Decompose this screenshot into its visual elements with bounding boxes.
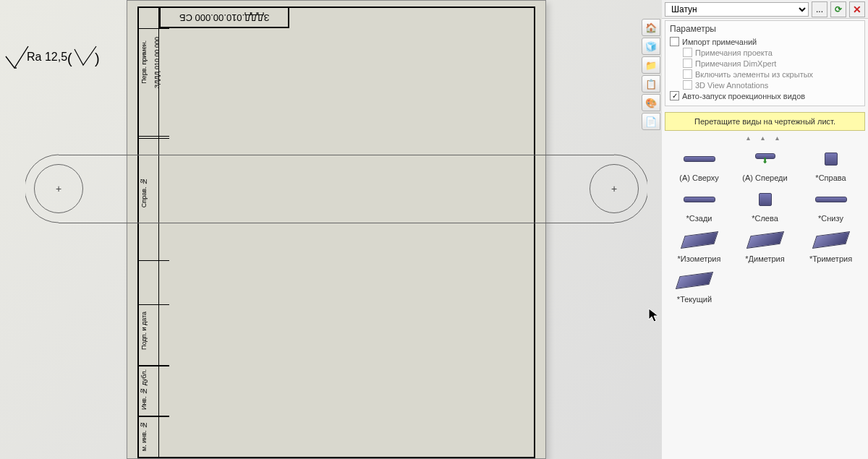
checkbox-icon	[683, 48, 692, 57]
close-button[interactable]: ✕	[849, 1, 865, 17]
check-hidden-features[interactable]: Включить элементы из скрытых	[670, 69, 860, 80]
checkbox-icon	[683, 59, 692, 68]
view-top[interactable]: (А) Сверху	[668, 147, 731, 182]
sheet-frame	[137, 7, 535, 458]
checkbox-icon	[670, 37, 679, 46]
check-dimxpert-notes[interactable]: Примечания DimXpert	[670, 58, 860, 69]
clipboard-icon: 📋	[645, 79, 657, 90]
thumb-bar-icon	[815, 197, 847, 202]
title-block-text: ЗДДД.010.00.000 СБ	[179, 12, 269, 23]
view-left[interactable]: *Слева	[733, 188, 796, 223]
drawing-sheet[interactable]: ЗДДД.010.00.000 СБ Перв. примен. ЗДДД.01…	[127, 0, 546, 459]
tab-appearance[interactable]: 🎨	[642, 94, 660, 111]
parameters-title: Параметры	[670, 24, 860, 34]
label-inv-dubl: Инв. № дубл.	[140, 369, 148, 410]
thumb-bar-icon	[684, 156, 715, 162]
outline-top	[59, 155, 614, 155]
svg-text:(: (	[67, 51, 72, 67]
thumb-square-icon	[825, 153, 838, 166]
tab-home[interactable]: 🏠	[642, 19, 660, 36]
refresh-button[interactable]: ⟳	[830, 1, 846, 17]
refresh-icon: ⟳	[835, 4, 842, 14]
close-icon: ✕	[853, 4, 861, 15]
view-front[interactable]: ⬇(А) Спереди	[733, 147, 796, 182]
surface-finish-symbol: Ra 12,5 ( )	[4, 43, 101, 71]
thumb-iso-icon	[676, 272, 713, 289]
view-trimetric[interactable]: *Триметрия	[799, 228, 862, 263]
checkbox-checked-icon	[670, 91, 679, 100]
thumb-iso-icon	[680, 231, 718, 249]
drag-hint-banner: Перетащите виды на чертежный лист.	[665, 112, 865, 131]
folder-icon: 📁	[645, 60, 657, 71]
hole-left: +	[34, 164, 83, 213]
view-back[interactable]: *Сзади	[668, 188, 731, 223]
palette-icon: 🎨	[645, 98, 657, 108]
current-view-row: *Текущий	[662, 269, 868, 304]
view-current[interactable]: *Текущий	[673, 269, 715, 304]
model-selector-row: Шатун ... ⟳ ✕	[662, 0, 868, 19]
thumb-iso-icon	[812, 231, 849, 249]
tab-clipboard[interactable]: 📋	[642, 75, 660, 93]
label-inv-n: м. инв. №	[140, 421, 148, 451]
cross-icon: +	[56, 183, 61, 194]
thumb-bar-icon	[684, 197, 715, 202]
arrow-down-icon: ⬇	[762, 156, 768, 166]
check-3d-annotations[interactable]: 3D View Annotations	[670, 80, 860, 90]
model-preview-outline[interactable]: + +	[25, 153, 647, 224]
check-import-notes[interactable]: Импорт примечаний	[670, 36, 860, 47]
label-podp-data: Подп. и дата	[140, 312, 148, 350]
label-code: ЗДДД.010.00.000	[153, 37, 161, 88]
side-tab-strip: 🏠 🧊 📁 📋 🎨 📄	[642, 19, 662, 130]
view-bottom[interactable]: *Снизу	[799, 188, 862, 223]
view-isometric[interactable]: *Изометрия	[668, 228, 731, 263]
browse-button[interactable]: ...	[812, 1, 827, 17]
checkbox-icon	[683, 69, 692, 79]
tab-file[interactable]: 📁	[642, 56, 660, 74]
view-right[interactable]: *Справа	[799, 147, 862, 182]
thumb-square-icon	[759, 193, 772, 206]
standard-views-grid: (А) Сверху ⬇(А) Спереди *Справа *Сзади *…	[662, 142, 868, 269]
view-palette-panel: 🏠 🧊 📁 📋 🎨 📄 Шатун ... ⟳ ✕ Параметры Импо…	[662, 0, 868, 459]
outline-bottom	[59, 223, 614, 223]
checkbox-icon	[683, 80, 692, 90]
cube-icon: 🧊	[645, 41, 657, 52]
check-autostart-views[interactable]: Авто-запуск проекционных видов	[670, 90, 860, 101]
ra-text: Ra 12,5	[27, 51, 67, 63]
view-dimetric[interactable]: *Диметрия	[733, 228, 796, 263]
drawing-canvas[interactable]: ЗДДД.010.00.000 СБ Перв. примен. ЗДДД.01…	[0, 0, 662, 459]
title-block: ЗДДД.010.00.000 СБ	[159, 7, 289, 28]
document-icon: 📄	[645, 116, 657, 127]
svg-text:): )	[95, 51, 100, 67]
label-perv-primen: Перв. примен.	[140, 40, 148, 84]
parameters-group: Параметры Импорт примечаний Примечания п…	[665, 20, 865, 106]
panel-grip-icon[interactable]: ▴ ▴ ▴	[662, 134, 868, 142]
thumb-iso-icon	[746, 231, 783, 249]
check-project-notes[interactable]: Примечания проекта	[670, 47, 860, 58]
cross-icon: +	[611, 183, 617, 194]
model-dropdown[interactable]: Шатун	[665, 2, 809, 17]
tab-sheet[interactable]: 📄	[642, 113, 660, 130]
home-icon: 🏠	[645, 22, 657, 33]
hole-right: +	[590, 164, 639, 213]
tab-feature[interactable]: 🧊	[642, 38, 660, 55]
ellipsis-icon: ...	[816, 4, 823, 14]
mouse-cursor-icon	[647, 307, 660, 327]
